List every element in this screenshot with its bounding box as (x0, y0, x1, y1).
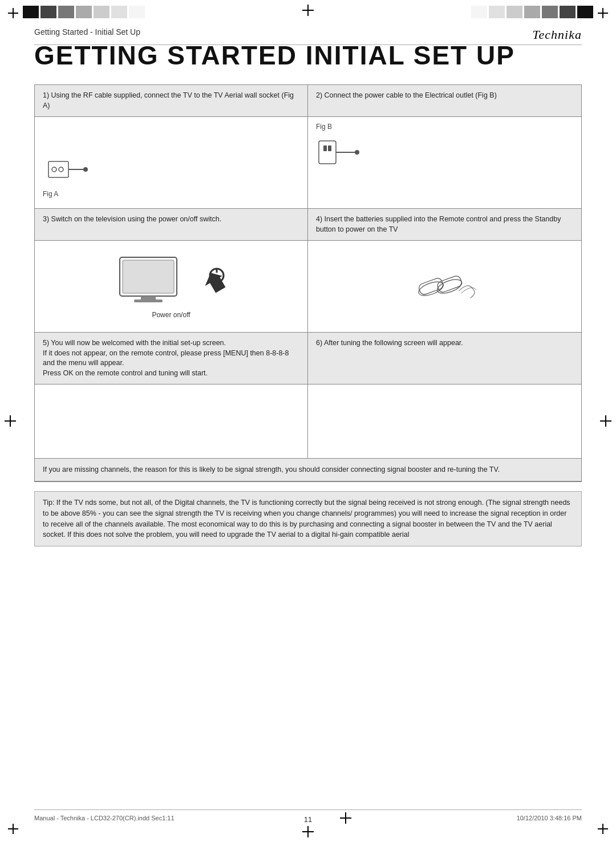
tip-text: Tip: If the TV nds some, but not all, of… (43, 497, 573, 540)
svg-point-4 (83, 167, 88, 172)
color-bar (542, 6, 558, 18)
step1-label-cell: 1) Using the RF cable supplied, connect … (35, 85, 308, 116)
svg-rect-12 (141, 296, 156, 299)
color-bar (489, 6, 505, 18)
fig-a-illustration (43, 150, 100, 190)
page-title: GETTING STARTED INITIAL SET UP (34, 41, 582, 70)
signal-note: If you are missing channels, the reason … (35, 459, 581, 481)
color-bar (129, 6, 145, 18)
fig-b-illustration (316, 135, 367, 169)
step4-label: 4) Insert the batteries supplied into th… (316, 214, 573, 234)
crosshair-top (302, 5, 314, 16)
bottom-empty-area (35, 384, 581, 459)
fig-b-cell: Fig B (308, 117, 581, 208)
color-bar (58, 6, 74, 18)
svg-rect-7 (328, 145, 331, 151)
step6-label-cell: 6) After tuning the following screen wil… (308, 333, 581, 384)
fig-b-label: Fig B (316, 123, 332, 131)
brand-logo: Technika (532, 27, 582, 42)
svg-rect-11 (123, 260, 174, 293)
page-title-area: GETTING STARTED INITIAL SET UP (34, 41, 582, 70)
step-row-5-6-labels: 5) You will now be welcomed with the ini… (35, 333, 581, 384)
svg-rect-13 (134, 299, 163, 302)
tv-power-cell: Power on/off (35, 241, 308, 332)
color-bar (506, 6, 522, 18)
signal-note-text: If you are missing channels, the reason … (43, 464, 573, 475)
main-content-box: 1) Using the RF cable supplied, connect … (34, 84, 582, 482)
svg-rect-6 (323, 145, 327, 151)
svg-point-1 (52, 167, 56, 172)
color-bar (560, 6, 576, 18)
step2-label: 2) Connect the power cable to the Electr… (316, 91, 573, 101)
svg-rect-5 (319, 141, 336, 164)
color-bar (23, 6, 39, 18)
step1-label: 1) Using the RF cable supplied, connect … (43, 91, 299, 111)
reg-mark-br (598, 824, 608, 834)
header-title: Getting Started - Initial Set Up (34, 27, 140, 37)
bottom-empty-right (308, 384, 581, 458)
remote-cell (308, 241, 581, 332)
step4-label-cell: 4) Insert the batteries supplied into th… (308, 209, 581, 240)
color-bars-top-right (471, 6, 593, 18)
step-row-1-2-labels: 1) Using the RF cable supplied, connect … (35, 85, 581, 117)
step5-label: 5) You will now be welcomed with the ini… (43, 338, 299, 378)
step3-label-cell: 3) Switch on the television using the po… (35, 209, 308, 240)
svg-point-9 (355, 150, 359, 155)
page-number: 11 (304, 815, 312, 824)
images-row: Power on/off (35, 241, 581, 333)
power-arrow (197, 264, 225, 298)
svg-point-2 (59, 167, 63, 172)
crosshair-left (5, 415, 16, 427)
color-bar (76, 6, 92, 18)
color-bar (94, 6, 110, 18)
color-bar (471, 6, 487, 18)
step5-label-cell: 5) You will now be welcomed with the ini… (35, 333, 308, 384)
color-bars-top-left (23, 6, 145, 18)
footer-crosshair (340, 812, 351, 824)
reg-mark-bl (8, 824, 18, 834)
crosshair-right (600, 415, 611, 427)
color-bar (577, 6, 593, 18)
power-label: Power on/off (152, 311, 190, 319)
bottom-empty-left (35, 384, 308, 458)
tip-box: Tip: If the TV nds some, but not all, of… (34, 491, 582, 547)
fig-a-label: Fig A (43, 190, 58, 198)
color-bar (524, 6, 540, 18)
color-bar (40, 6, 56, 18)
footer-left: Manual - Technika - LCD32-270(CR).indd S… (34, 815, 175, 821)
step6-label: 6) After tuning the following screen wil… (316, 338, 573, 349)
remote-illustration (408, 258, 482, 315)
step-row-3-4-labels: 3) Switch on the television using the po… (35, 209, 581, 241)
tv-illustration (117, 254, 191, 309)
reg-mark-tr (598, 8, 608, 18)
reg-mark-tl (8, 8, 18, 18)
fig-a-cell: Fig A (35, 117, 308, 208)
step3-label: 3) Switch on the television using the po… (43, 214, 299, 225)
color-bar (111, 6, 127, 18)
step2-label-cell: 2) Connect the power cable to the Electr… (308, 85, 581, 116)
crosshair-bottom (302, 826, 314, 837)
footer-right: 10/12/2010 3:48:16 PM (517, 815, 582, 821)
figures-row: Fig A Fig B (35, 117, 581, 209)
